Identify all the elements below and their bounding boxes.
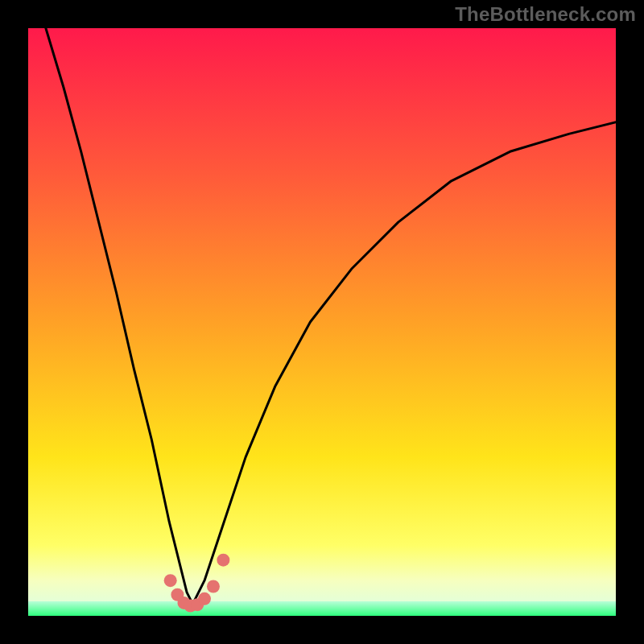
curve-right-arm: [192, 118, 632, 605]
curve-left-arm: [39, 4, 193, 604]
valley-dot: [207, 580, 220, 593]
watermark-text: TheBottleneck.com: [455, 3, 636, 26]
valley-dot: [217, 554, 229, 567]
frame: TheBottleneck.com: [0, 0, 644, 644]
valley-dot: [198, 592, 211, 605]
chart-svg: [0, 0, 644, 644]
valley-dot: [164, 574, 177, 587]
